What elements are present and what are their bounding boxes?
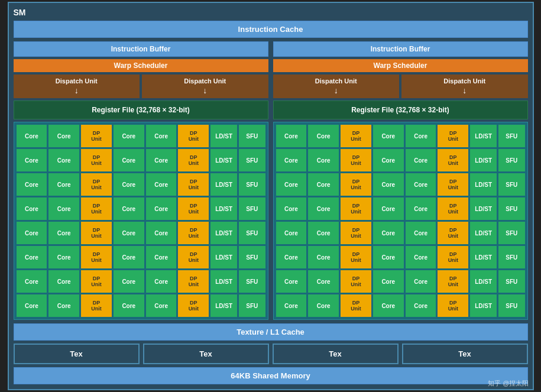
- right-dispatch-unit-2: Dispatch Unit: [401, 74, 528, 98]
- right-dispatch-row: Dispatch Unit Dispatch Unit: [273, 74, 528, 98]
- table-row: Core Core DPUnit Core Core DPUnit LD/ST …: [276, 149, 525, 171]
- core-cell: Core: [114, 270, 144, 293]
- core-cell: Core: [406, 270, 436, 293]
- core-cell: Core: [308, 149, 339, 171]
- dp-unit-cell: DPUnit: [341, 173, 371, 196]
- ldst-cell: LD/ST: [210, 294, 237, 317]
- ldst-cell: LD/ST: [210, 246, 237, 268]
- right-cores-grid: Core Core DPUnit Core Core DPUnit LD/ST …: [273, 122, 528, 320]
- table-row: Core Core DPUnit Core Core DPUnit LD/ST …: [17, 246, 265, 268]
- core-cell: Core: [17, 125, 47, 147]
- tex-unit-2: Tex: [143, 344, 269, 364]
- shared-memory: 64KB Shared Memory: [14, 367, 528, 384]
- ldst-cell: LD/ST: [210, 149, 237, 171]
- core-cell: Core: [308, 173, 339, 196]
- core-cell: Core: [17, 270, 47, 293]
- ldst-cell: LD/ST: [210, 197, 237, 220]
- dp-unit-cell: DPUnit: [341, 270, 371, 293]
- core-cell: Core: [276, 125, 307, 147]
- right-instruction-buffer: Instruction Buffer: [273, 41, 528, 57]
- core-cell: Core: [48, 173, 79, 196]
- watermark: 知乎 @捏太阳: [488, 379, 529, 388]
- core-cell: Core: [114, 197, 144, 220]
- dp-unit-cell: DPUnit: [81, 294, 112, 317]
- core-cell: Core: [308, 294, 339, 317]
- core-cell: Core: [146, 173, 177, 196]
- table-row: Core Core DPUnit Core Core DPUnit LD/ST …: [17, 270, 265, 293]
- core-cell: Core: [373, 246, 404, 268]
- dp-unit-cell: DPUnit: [341, 246, 371, 268]
- dp-unit-cell: DPUnit: [81, 270, 112, 293]
- core-cell: Core: [146, 294, 177, 317]
- core-cell: Core: [48, 222, 79, 244]
- core-cell: Core: [17, 294, 47, 317]
- core-cell: Core: [48, 246, 79, 268]
- core-cell: Core: [17, 173, 47, 196]
- dp-unit-cell: DPUnit: [81, 222, 112, 244]
- sfu-cell: SFU: [498, 270, 525, 293]
- ldst-cell: LD/ST: [470, 222, 497, 244]
- sfu-cell: SFU: [239, 197, 265, 220]
- dp-unit-cell: DPUnit: [341, 125, 371, 147]
- right-register-file: Register File (32,768 × 32-bit): [273, 101, 528, 119]
- dp-unit-cell: DPUnit: [178, 246, 209, 268]
- table-row: Core Core DPUnit Core Core DPUnit LD/ST …: [276, 294, 525, 317]
- core-cell: Core: [406, 125, 436, 147]
- dp-unit-cell: DPUnit: [178, 197, 209, 220]
- core-cell: Core: [146, 125, 177, 147]
- left-register-file: Register File (32,768 × 32-bit): [14, 101, 268, 119]
- core-cell: Core: [114, 294, 144, 317]
- core-cell: Core: [373, 294, 404, 317]
- dp-unit-cell: DPUnit: [178, 125, 209, 147]
- dp-unit-cell: DPUnit: [81, 149, 112, 171]
- core-cell: Core: [308, 125, 339, 147]
- core-cell: Core: [17, 246, 47, 268]
- tex-unit-3: Tex: [273, 344, 399, 364]
- sfu-cell: SFU: [239, 125, 265, 147]
- dp-unit-cell: DPUnit: [178, 173, 209, 196]
- core-cell: Core: [146, 149, 177, 171]
- table-row: Core Core DPUnit Core Core DPUnit LD/ST …: [276, 173, 525, 196]
- ldst-cell: LD/ST: [470, 149, 497, 171]
- core-cell: Core: [373, 173, 404, 196]
- table-row: Core Core DPUnit Core Core DPUnit LD/ST …: [17, 125, 265, 147]
- dp-unit-cell: DPUnit: [178, 222, 209, 244]
- core-cell: Core: [114, 173, 144, 196]
- ldst-cell: LD/ST: [470, 270, 497, 293]
- core-cell: Core: [373, 149, 404, 171]
- core-cell: Core: [114, 222, 144, 244]
- core-cell: Core: [48, 294, 79, 317]
- tex-row: Tex Tex Tex Tex: [14, 344, 528, 364]
- ldst-cell: LD/ST: [210, 125, 237, 147]
- ldst-cell: LD/ST: [470, 197, 497, 220]
- core-cell: Core: [276, 246, 307, 268]
- sfu-cell: SFU: [498, 246, 525, 268]
- table-row: Core Core DPUnit Core Core DPUnit LD/ST …: [276, 246, 525, 268]
- right-half: Instruction Buffer Warp Scheduler Dispat…: [273, 41, 528, 320]
- sfu-cell: SFU: [239, 270, 265, 293]
- table-row: Core Core DPUnit Core Core DPUnit LD/ST …: [276, 270, 525, 293]
- dp-unit-cell: DPUnit: [438, 197, 468, 220]
- core-cell: Core: [276, 294, 307, 317]
- core-cell: Core: [114, 246, 144, 268]
- ldst-cell: LD/ST: [470, 246, 497, 268]
- table-row: Core Core DPUnit Core Core DPUnit LD/ST …: [276, 125, 525, 147]
- instruction-cache: Instruction Cache: [14, 21, 528, 38]
- dp-unit-cell: DPUnit: [341, 197, 371, 220]
- core-cell: Core: [276, 222, 307, 244]
- table-row: Core Core DPUnit Core Core DPUnit LD/ST …: [276, 197, 525, 220]
- left-dispatch-unit-2: Dispatch Unit: [142, 74, 268, 98]
- sfu-cell: SFU: [498, 294, 525, 317]
- dp-unit-cell: DPUnit: [438, 246, 468, 268]
- core-cell: Core: [114, 125, 144, 147]
- core-cell: Core: [373, 270, 404, 293]
- core-cell: Core: [114, 149, 144, 171]
- sfu-cell: SFU: [239, 222, 265, 244]
- right-warp-scheduler: Warp Scheduler: [273, 59, 528, 72]
- core-cell: Core: [406, 149, 436, 171]
- ldst-cell: LD/ST: [210, 173, 237, 196]
- sm-label: SM: [14, 8, 528, 17]
- core-cell: Core: [276, 270, 307, 293]
- dp-unit-cell: DPUnit: [341, 294, 371, 317]
- dp-unit-cell: DPUnit: [81, 125, 112, 147]
